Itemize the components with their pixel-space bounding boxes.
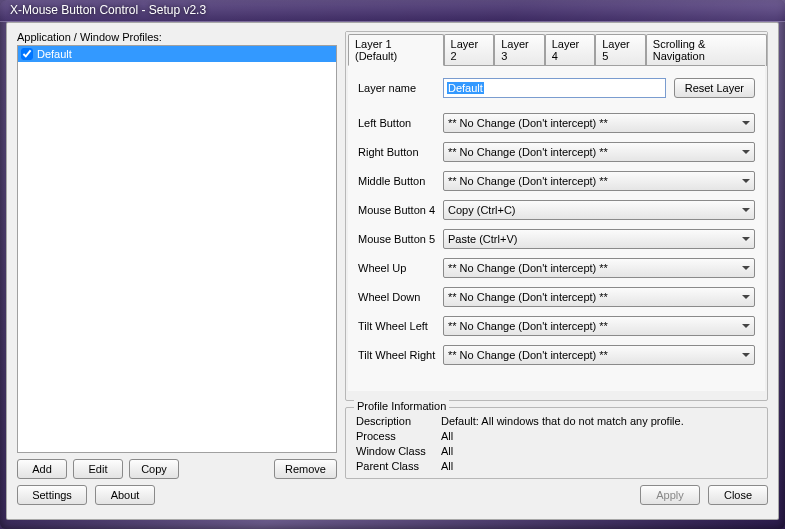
- settings-panel: Layer 1 (Default) Layer 2 Layer 3 Layer …: [345, 31, 768, 479]
- edit-button[interactable]: Edit: [73, 459, 123, 479]
- chevron-down-icon: [742, 237, 750, 241]
- wheel-down-label: Wheel Down: [358, 291, 443, 303]
- chevron-down-icon: [742, 150, 750, 154]
- middle-button-label: Middle Button: [358, 175, 443, 187]
- description-label: Description: [356, 415, 441, 427]
- mouse-button4-label: Mouse Button 4: [358, 204, 443, 216]
- chevron-down-icon: [742, 324, 750, 328]
- chevron-down-icon: [742, 208, 750, 212]
- tilt-left-combo[interactable]: ** No Change (Don't intercept) **: [443, 316, 755, 336]
- tab-layer5[interactable]: Layer 5: [595, 34, 646, 66]
- profile-info-group: Profile Information Description Default:…: [345, 407, 768, 479]
- mouse-button4-combo[interactable]: Copy (Ctrl+C): [443, 200, 755, 220]
- mouse-button5-value: Paste (Ctrl+V): [448, 233, 517, 245]
- left-button-combo[interactable]: ** No Change (Don't intercept) **: [443, 113, 755, 133]
- titlebar[interactable]: X-Mouse Button Control - Setup v2.3: [0, 0, 785, 22]
- mouse-button4-value: Copy (Ctrl+C): [448, 204, 516, 216]
- wheel-down-combo[interactable]: ** No Change (Don't intercept) **: [443, 287, 755, 307]
- tab-content: Layer name Default Reset Layer Left Butt…: [348, 65, 765, 391]
- chevron-down-icon: [742, 295, 750, 299]
- profiles-label: Application / Window Profiles:: [17, 31, 337, 43]
- tab-layer4[interactable]: Layer 4: [545, 34, 596, 66]
- window-class-value: All: [441, 445, 453, 457]
- middle-button-value: ** No Change (Don't intercept) **: [448, 175, 608, 187]
- layer-name-label: Layer name: [358, 82, 443, 94]
- chevron-down-icon: [742, 121, 750, 125]
- right-button-value: ** No Change (Don't intercept) **: [448, 146, 608, 158]
- layer-name-value: Default: [447, 82, 484, 94]
- chevron-down-icon: [742, 266, 750, 270]
- tilt-right-label: Tilt Wheel Right: [358, 349, 443, 361]
- client-area: Application / Window Profiles: Default A…: [6, 22, 779, 520]
- tab-layer3[interactable]: Layer 3: [494, 34, 545, 66]
- wheel-up-value: ** No Change (Don't intercept) **: [448, 262, 608, 274]
- add-button[interactable]: Add: [17, 459, 67, 479]
- app-window: X-Mouse Button Control - Setup v2.3 Appl…: [0, 0, 785, 529]
- tab-scrolling[interactable]: Scrolling & Navigation: [646, 34, 767, 66]
- wheel-down-value: ** No Change (Don't intercept) **: [448, 291, 608, 303]
- wheel-up-combo[interactable]: ** No Change (Don't intercept) **: [443, 258, 755, 278]
- profile-item-default[interactable]: Default: [18, 46, 336, 62]
- profile-info-legend: Profile Information: [354, 400, 449, 412]
- tilt-left-value: ** No Change (Don't intercept) **: [448, 320, 608, 332]
- right-button-label: Right Button: [358, 146, 443, 158]
- mouse-button5-combo[interactable]: Paste (Ctrl+V): [443, 229, 755, 249]
- window-class-label: Window Class: [356, 445, 441, 457]
- chevron-down-icon: [742, 179, 750, 183]
- about-button[interactable]: About: [95, 485, 155, 505]
- reset-layer-button[interactable]: Reset Layer: [674, 78, 755, 98]
- left-button-value: ** No Change (Don't intercept) **: [448, 117, 608, 129]
- close-button[interactable]: Close: [708, 485, 768, 505]
- settings-button[interactable]: Settings: [17, 485, 87, 505]
- profile-checkbox[interactable]: [21, 48, 33, 60]
- profile-name: Default: [37, 48, 72, 60]
- process-label: Process: [356, 430, 441, 442]
- footer: Settings About Apply Close: [17, 485, 768, 505]
- tab-layer1[interactable]: Layer 1 (Default): [348, 34, 444, 66]
- parent-class-label: Parent Class: [356, 460, 441, 472]
- remove-button[interactable]: Remove: [274, 459, 337, 479]
- apply-button[interactable]: Apply: [640, 485, 700, 505]
- copy-button[interactable]: Copy: [129, 459, 179, 479]
- tilt-left-label: Tilt Wheel Left: [358, 320, 443, 332]
- profiles-panel: Application / Window Profiles: Default A…: [17, 31, 337, 479]
- tab-layer2[interactable]: Layer 2: [444, 34, 495, 66]
- parent-class-value: All: [441, 460, 453, 472]
- left-button-label: Left Button: [358, 117, 443, 129]
- process-value: All: [441, 430, 453, 442]
- chevron-down-icon: [742, 353, 750, 357]
- tabbar: Layer 1 (Default) Layer 2 Layer 3 Layer …: [346, 32, 767, 66]
- profiles-list[interactable]: Default: [17, 45, 337, 453]
- layer-name-input[interactable]: Default: [443, 78, 666, 98]
- description-value: Default: All windows that do not match a…: [441, 415, 684, 427]
- wheel-up-label: Wheel Up: [358, 262, 443, 274]
- tilt-right-combo[interactable]: ** No Change (Don't intercept) **: [443, 345, 755, 365]
- right-button-combo[interactable]: ** No Change (Don't intercept) **: [443, 142, 755, 162]
- tilt-right-value: ** No Change (Don't intercept) **: [448, 349, 608, 361]
- middle-button-combo[interactable]: ** No Change (Don't intercept) **: [443, 171, 755, 191]
- mouse-button5-label: Mouse Button 5: [358, 233, 443, 245]
- window-title: X-Mouse Button Control - Setup v2.3: [10, 3, 206, 17]
